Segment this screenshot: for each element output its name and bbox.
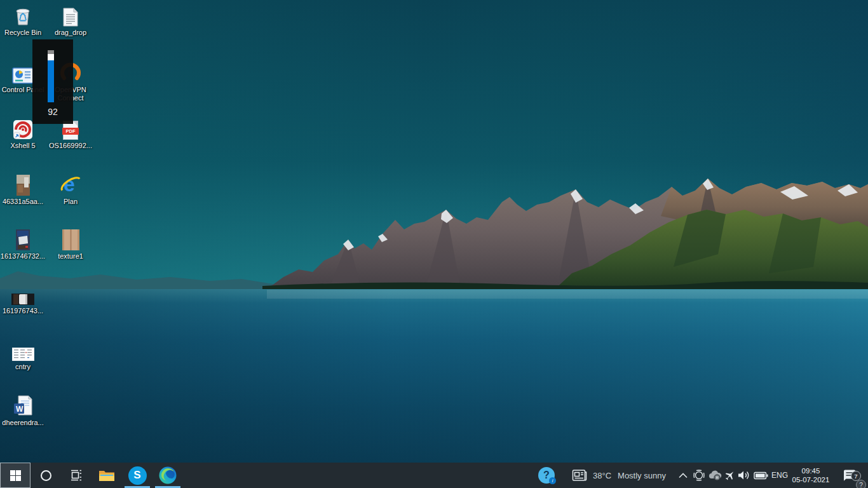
osd-slider[interactable] (48, 50, 54, 102)
osd-value: 92 (32, 107, 73, 117)
texture-thumbnail-icon (62, 227, 79, 250)
icon-label: 46331a5aa... (3, 198, 43, 206)
icon-label: Plan (64, 198, 78, 206)
skype-letter: S (133, 469, 140, 482)
desktop-icon-dheerendra[interactable]: W dheerendra... (0, 394, 46, 427)
icon-label: Xshell 5 (10, 142, 35, 150)
cortana-icon (41, 470, 51, 481)
spreadsheet-thumbnail-icon (12, 342, 34, 361)
desktop-icon-cntry[interactable]: cntry (0, 342, 46, 371)
skype-icon: S (128, 466, 147, 485)
get-help-button[interactable]: ? i (534, 463, 559, 488)
help-icon: ? i (538, 467, 555, 484)
start-button[interactable] (0, 463, 31, 488)
osd-track-filled (48, 60, 54, 102)
clock-date: 05-07-2021 (792, 475, 830, 484)
task-view-icon (69, 468, 83, 482)
taskbar: S ? i (0, 463, 868, 488)
desktop-icon-drag-drop[interactable]: drag_drop (48, 4, 93, 37)
help-info-dot: i (549, 477, 556, 484)
cortana-button[interactable] (31, 463, 61, 488)
desktop-icon-1613746732[interactable]: 1613746732... (0, 227, 46, 261)
clock-time: 09:45 (792, 466, 830, 475)
pdf-badge: PDF (62, 128, 79, 135)
corner-help-bubble[interactable]: ? (856, 480, 866, 488)
edge-button[interactable] (153, 463, 183, 488)
photo-thumbnail-icon (16, 227, 30, 250)
weather-temp: 38°C (593, 471, 611, 480)
speaker-icon (737, 470, 751, 481)
task-view-button[interactable] (61, 463, 92, 488)
file-explorer-button[interactable] (92, 463, 122, 488)
icon-label: drag_drop (55, 29, 86, 37)
osd-slider-panel: 92 (32, 39, 73, 124)
icon-label: texture1 (58, 252, 83, 261)
tray-capture-button[interactable] (691, 463, 707, 488)
word-letter: W (16, 405, 24, 414)
icon-label: dheerendra... (2, 419, 43, 427)
clock[interactable]: 09:45 05-07-2021 (790, 463, 832, 488)
news-icon (572, 469, 588, 482)
desktop-icon-161976743[interactable]: 161976743... (0, 286, 46, 315)
desktop-icon-46331a5aa[interactable]: 46331a5aa... (0, 173, 46, 206)
airplane-icon (724, 470, 736, 482)
icon-label: cntry (15, 363, 31, 371)
edge-icon (158, 466, 177, 485)
skype-button[interactable]: S (122, 463, 153, 488)
language-label: ENG (771, 471, 788, 480)
weather-condition: Mostly sunny (618, 471, 666, 480)
recycle-bin-icon (13, 4, 33, 27)
icon-label: 1613746732... (1, 252, 45, 261)
word-document-icon: W (13, 394, 32, 417)
icon-label: OS1669992... (49, 142, 92, 150)
icon-label: 161976743... (3, 307, 43, 315)
battery-icon (754, 471, 768, 480)
xshell-icon (13, 117, 33, 140)
cloud-paused-icon (708, 470, 722, 481)
tray-expand-button[interactable] (675, 463, 691, 488)
wallpaper-mountain-lake (0, 0, 868, 488)
text-document-icon (63, 4, 78, 27)
chevron-up-icon (679, 473, 688, 478)
language-indicator[interactable]: ENG (770, 463, 790, 488)
desktop-screen: Recycle Bin drag_drop (0, 0, 868, 488)
windows-logo-icon (10, 470, 21, 481)
desktop-icon-plan-ie[interactable]: e Plan (48, 173, 93, 206)
capture-circle-icon (693, 469, 705, 482)
control-panel-icon (12, 61, 34, 84)
tray-volume-button[interactable] (736, 463, 752, 488)
photo-thumbnail-icon (11, 286, 34, 305)
tray-airplane-button[interactable] (722, 463, 737, 488)
tray-onedrive-button[interactable] (707, 463, 722, 488)
desktop-icon-recycle-bin[interactable]: Recycle Bin (0, 4, 46, 37)
desktop-icon-texture1[interactable]: texture1 (48, 227, 93, 261)
icon-label: Recycle Bin (4, 29, 41, 37)
internet-explorer-icon: e (59, 173, 82, 196)
osd-slider-thumb[interactable] (48, 54, 54, 60)
news-weather-widget[interactable]: 38°C Mostly sunny (566, 463, 675, 488)
tray-battery-button[interactable] (752, 463, 770, 488)
file-explorer-icon (98, 468, 115, 482)
photo-thumbnail-icon (17, 173, 30, 196)
